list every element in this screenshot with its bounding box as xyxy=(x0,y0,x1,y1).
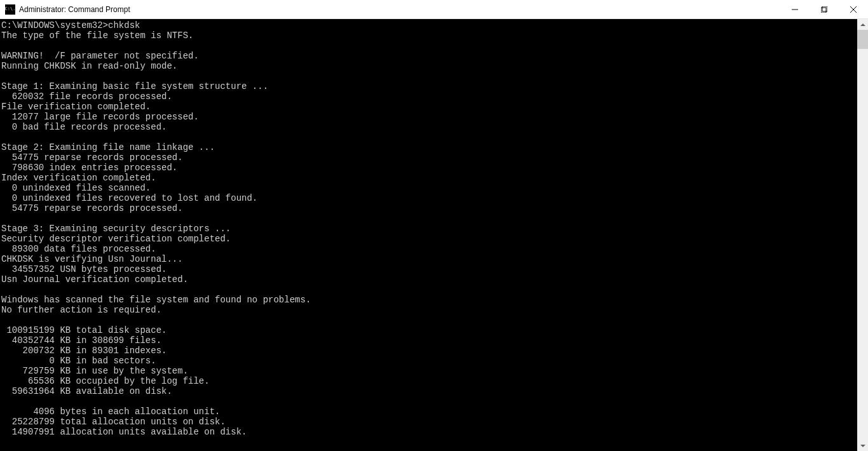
window-controls xyxy=(780,0,868,18)
maximize-button[interactable] xyxy=(810,0,839,18)
terminal-container: C:\WINDOWS\system32>chkdsk The type of t… xyxy=(0,19,868,451)
vertical-scrollbar[interactable] xyxy=(857,19,868,451)
scroll-thumb[interactable] xyxy=(857,30,868,49)
window-title: Administrator: Command Prompt xyxy=(19,5,780,14)
terminal-output[interactable]: C:\WINDOWS\system32>chkdsk The type of t… xyxy=(0,19,857,451)
svg-marker-5 xyxy=(860,24,865,26)
svg-marker-6 xyxy=(860,445,865,447)
title-bar: C:\. Administrator: Command Prompt xyxy=(0,0,868,19)
cmd-icon: C:\. xyxy=(5,4,15,15)
svg-rect-1 xyxy=(821,8,826,13)
scroll-up-button[interactable] xyxy=(857,19,868,30)
minimize-button[interactable] xyxy=(780,0,810,18)
close-button[interactable] xyxy=(839,0,868,18)
svg-rect-2 xyxy=(822,6,827,11)
scroll-down-button[interactable] xyxy=(857,440,868,451)
